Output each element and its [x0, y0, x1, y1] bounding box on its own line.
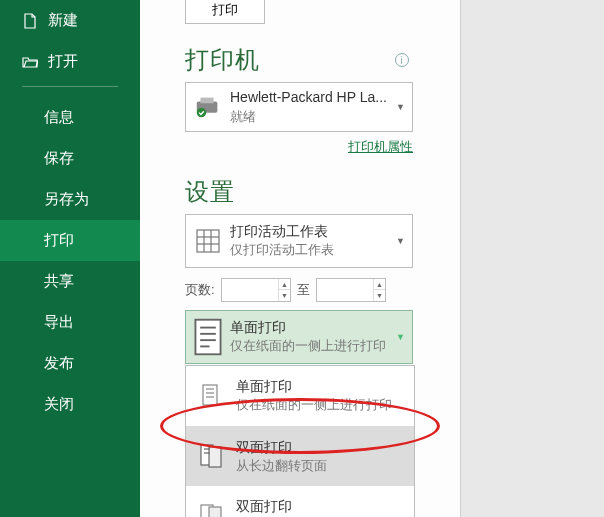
- sidebar-item-label: 打印: [44, 231, 74, 250]
- print-what-secondary: 仅打印活动工作表: [230, 241, 396, 259]
- svg-rect-25: [209, 507, 221, 517]
- printer-dropdown[interactable]: Hewlett-Packard HP La... 就绪 ▼: [185, 82, 413, 132]
- pages-from-input[interactable]: [222, 279, 279, 301]
- sidebar-item-saveas[interactable]: 另存为: [0, 179, 140, 220]
- printer-properties-link[interactable]: 打印机属性: [348, 139, 413, 154]
- file-new-icon: [22, 13, 38, 29]
- print-button-label: 打印: [212, 1, 238, 19]
- spin-down-icon[interactable]: ▼: [374, 290, 385, 301]
- duplex-secondary: 仅在纸面的一侧上进行打印: [230, 337, 396, 355]
- sidebar-item-label: 共享: [44, 272, 74, 291]
- svg-rect-6: [197, 230, 219, 252]
- sidebar-item-info[interactable]: 信息: [0, 97, 140, 138]
- settings-heading: 设置: [185, 176, 460, 208]
- pages-to-input[interactable]: [317, 279, 374, 301]
- sidebar-item-label: 关闭: [44, 395, 74, 414]
- sidebar-item-label: 另存为: [44, 190, 89, 209]
- chevron-down-icon: ▼: [396, 236, 412, 246]
- sidebar-item-label: 新建: [48, 11, 78, 30]
- backstage-sidebar: 新建 打开 信息 保存 另存为 打印 共享 导出 发布: [0, 0, 140, 517]
- pages-label: 页数:: [185, 281, 215, 299]
- sidebar-item-label: 信息: [44, 108, 74, 127]
- svg-point-5: [197, 108, 206, 117]
- svg-rect-21: [209, 447, 221, 467]
- duplex-short-icon: [186, 503, 236, 517]
- sidebar-item-share[interactable]: 共享: [0, 261, 140, 302]
- duplex-menu: 单面打印 仅在纸面的一侧上进行打印 双面打印 从长边翻转页面: [185, 365, 415, 517]
- duplex-option-long-edge[interactable]: 双面打印 从长边翻转页面: [186, 427, 414, 487]
- duplex-primary: 单面打印: [230, 318, 396, 338]
- pages-to-label: 至: [297, 281, 310, 299]
- sidebar-item-label: 保存: [44, 149, 74, 168]
- chevron-down-icon: ▼: [396, 332, 412, 342]
- info-icon[interactable]: i: [395, 53, 409, 67]
- worksheet-icon: [186, 227, 230, 255]
- folder-open-icon: [22, 54, 38, 70]
- sidebar-item-save[interactable]: 保存: [0, 138, 140, 179]
- pages-row: 页数: ▲▼ 至 ▲▼: [185, 278, 460, 302]
- printer-status: 就绪: [230, 108, 396, 126]
- single-side-icon: [186, 383, 236, 409]
- single-side-icon: [186, 315, 230, 359]
- svg-rect-4: [201, 98, 214, 104]
- pages-to-spinbox[interactable]: ▲▼: [316, 278, 386, 302]
- duplex-dropdown[interactable]: 单面打印 仅在纸面的一侧上进行打印 ▼ 单面打印 仅在纸面的一侧上进行打印: [185, 310, 413, 364]
- printer-name: Hewlett-Packard HP La...: [230, 88, 396, 108]
- sidebar-item-new[interactable]: 新建: [0, 0, 140, 41]
- main-panel: 打印 打印机 i Hewlett-Packard HP La... 就绪 ▼ 打…: [140, 0, 604, 517]
- sidebar-item-open[interactable]: 打开: [0, 41, 140, 82]
- duplex-option-short-edge[interactable]: 双面打印 从短边翻转页面: [186, 486, 414, 517]
- sidebar-divider: [22, 86, 118, 87]
- sidebar-item-label: 发布: [44, 354, 74, 373]
- svg-rect-16: [203, 385, 217, 405]
- sidebar-item-publish[interactable]: 发布: [0, 343, 140, 384]
- printer-ready-icon: [186, 95, 230, 119]
- duplex-long-icon: [186, 443, 236, 469]
- print-button[interactable]: 打印: [185, 0, 265, 24]
- pages-from-spinbox[interactable]: ▲▼: [221, 278, 291, 302]
- sidebar-item-label: 导出: [44, 313, 74, 332]
- print-what-dropdown[interactable]: 打印活动工作表 仅打印活动工作表 ▼: [185, 214, 413, 268]
- sidebar-item-label: 打开: [48, 52, 78, 71]
- sidebar-item-print[interactable]: 打印: [0, 220, 140, 261]
- spin-down-icon[interactable]: ▼: [279, 290, 290, 301]
- duplex-option-single[interactable]: 单面打印 仅在纸面的一侧上进行打印: [186, 366, 414, 426]
- spin-up-icon[interactable]: ▲: [279, 279, 290, 291]
- print-what-primary: 打印活动工作表: [230, 222, 396, 242]
- sidebar-item-export[interactable]: 导出: [0, 302, 140, 343]
- svg-rect-11: [195, 319, 220, 354]
- preview-area: [460, 0, 604, 517]
- sidebar-item-close[interactable]: 关闭: [0, 384, 140, 425]
- printer-icon: [210, 0, 240, 2]
- spin-up-icon[interactable]: ▲: [374, 279, 385, 291]
- printer-heading: 打印机 i: [185, 44, 413, 76]
- chevron-down-icon: ▼: [396, 102, 412, 112]
